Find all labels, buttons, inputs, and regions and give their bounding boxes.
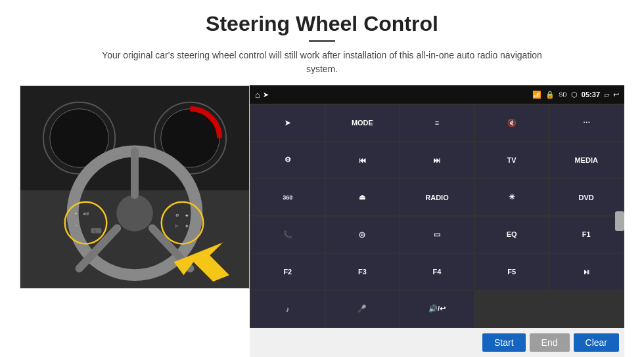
btn-apps[interactable]: ⋯	[549, 105, 623, 141]
btn-tv[interactable]: TV	[475, 142, 549, 178]
sd-icon: SD	[559, 91, 567, 98]
btn-f5[interactable]: F5	[475, 254, 549, 290]
btn-screen[interactable]: ▭	[400, 217, 474, 253]
btn-settings-circle[interactable]: ⚙	[251, 142, 325, 178]
btn-radio[interactable]: RADIO	[400, 179, 474, 215]
lock-icon: 🔒	[545, 91, 555, 99]
btn-brightness[interactable]: ☀	[475, 179, 549, 215]
svg-text:vol: vol	[83, 211, 89, 216]
end-button[interactable]: End	[530, 333, 570, 352]
content-row: + - vol 📞 ⚙ ◈ ▷ ◈ ⌂ ➤	[20, 85, 624, 357]
btn-volume-down-up[interactable]: 🔊/↩	[400, 291, 474, 327]
button-grid: ➤MODE≡🔇⋯⚙⏮⏭TVMEDIA360⏏RADIO☀DVD📞◎▭EQF1F2…	[250, 104, 624, 328]
svg-text:▷: ▷	[175, 224, 179, 228]
btn-mode[interactable]: MODE	[326, 105, 400, 141]
status-bar: ⌂ ➤ 📶 🔒 SD ⬡ 05:37 ▱ ↩	[250, 85, 624, 104]
page-container: Steering Wheel Control Your original car…	[0, 0, 644, 357]
btn-f2[interactable]: F2	[251, 254, 325, 290]
btn-eq[interactable]: EQ	[475, 217, 549, 253]
navigate-icon[interactable]: ➤	[263, 91, 269, 99]
svg-text:+: +	[74, 211, 78, 217]
bluetooth-icon: ⬡	[571, 91, 578, 99]
btn-mute[interactable]: 🔇	[475, 105, 549, 141]
btn-360-camera[interactable]: 360	[251, 179, 325, 215]
home-icon[interactable]: ⌂	[255, 90, 260, 100]
btn-dvd[interactable]: DVD	[549, 179, 623, 215]
clear-button[interactable]: Clear	[574, 333, 619, 352]
btn-rewind[interactable]: ⏮	[326, 142, 400, 178]
btn-phone[interactable]: 📞	[251, 217, 325, 253]
svg-text:📞: 📞	[94, 230, 99, 234]
btn-media[interactable]: MEDIA	[549, 142, 623, 178]
page-title: Steering Wheel Control	[206, 12, 438, 36]
btn-navigate[interactable]: ➤	[251, 105, 325, 141]
btn-microphone[interactable]: 🎤	[326, 291, 400, 327]
start-button[interactable]: Start	[482, 333, 526, 352]
status-left: ⌂ ➤	[255, 90, 269, 100]
btn-f1[interactable]: F1	[549, 217, 623, 253]
svg-text:-: -	[75, 222, 77, 228]
btn-f4[interactable]: F4	[400, 254, 474, 290]
svg-point-8	[116, 195, 153, 232]
svg-text:◈: ◈	[185, 213, 189, 217]
svg-text:⚙: ⚙	[175, 213, 179, 217]
back-icon[interactable]: ↩	[613, 91, 619, 99]
svg-text:◈: ◈	[185, 224, 189, 228]
control-panel: ⌂ ➤ 📶 🔒 SD ⬡ 05:37 ▱ ↩ ➤MODE≡🔇⋯⚙⏮⏭TVMEDI…	[250, 85, 624, 357]
btn-fast-forward[interactable]: ⏭	[400, 142, 474, 178]
btn-play-pause[interactable]: ⏯	[549, 254, 623, 290]
wifi-icon: 📶	[532, 91, 541, 99]
screen-icon: ▱	[604, 91, 609, 99]
time-display: 05:37	[582, 91, 600, 98]
btn-list[interactable]: ≡	[400, 105, 474, 141]
btn-eject[interactable]: ⏏	[326, 179, 400, 215]
steering-wheel-image: + - vol 📞 ⚙ ◈ ▷ ◈	[20, 85, 250, 289]
status-right: 📶 🔒 SD ⬡ 05:37 ▱ ↩	[532, 91, 619, 99]
scroll-handle[interactable]	[615, 211, 624, 231]
bottom-bar: Start End Clear	[250, 328, 624, 357]
title-divider	[309, 40, 335, 42]
btn-music-note[interactable]: ♪	[251, 291, 325, 327]
page-subtitle: Your original car's steering wheel contr…	[85, 49, 559, 76]
btn-f3[interactable]: F3	[326, 254, 400, 290]
btn-navigation-circle[interactable]: ◎	[326, 217, 400, 253]
